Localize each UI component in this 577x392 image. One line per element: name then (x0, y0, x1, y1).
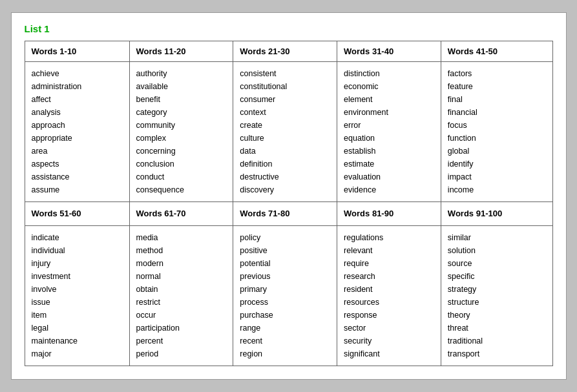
word-cell: consistent constitutional consumer conte… (233, 61, 337, 201)
word-cell: achieve administration affect analysis a… (25, 61, 129, 201)
word-cell: distinction economic element environment… (337, 61, 441, 201)
word-cell: authority available benefit category com… (129, 61, 233, 201)
column-header: Words 51-60 (25, 201, 129, 226)
word-cell: media method modern normal obtain restri… (129, 226, 233, 366)
word-table: Words 1-10Words 11-20Words 21-30Words 31… (25, 41, 553, 367)
column-header: Words 21-30 (233, 41, 337, 61)
word-cell: factors feature final financial focus fu… (441, 61, 552, 201)
column-header: Words 91-100 (441, 201, 552, 226)
word-cell: similar solution source specific strateg… (441, 226, 552, 366)
column-header: Words 31-40 (337, 41, 441, 61)
column-header: Words 81-90 (337, 201, 441, 226)
column-header: Words 1-10 (25, 41, 129, 61)
word-cell: policy positive potential previous prima… (233, 226, 337, 366)
column-header: Words 61-70 (129, 201, 233, 226)
page-container: List 1 Words 1-10Words 11-20Words 21-30W… (11, 12, 567, 380)
column-header: Words 11-20 (129, 41, 233, 61)
column-header: Words 71-80 (233, 201, 337, 226)
list-title: List 1 (25, 23, 553, 34)
column-header: Words 41-50 (441, 41, 552, 61)
word-cell: regulations relevant require research re… (337, 226, 441, 366)
word-cell: indicate individual injury investment in… (25, 226, 129, 366)
